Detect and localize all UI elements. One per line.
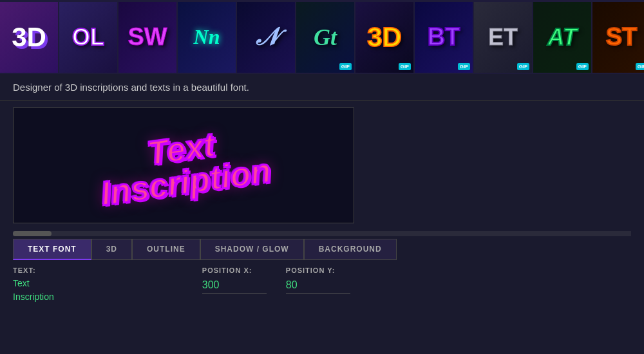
main-content: Text Inscription	[0, 101, 644, 230]
style-thumb-6[interactable]: Gt GIF	[296, 2, 354, 73]
style-thumb-7[interactable]: 3D GIF	[355, 2, 413, 73]
tab-shadow-glow[interactable]: SHADOW / GLOW	[200, 239, 304, 260]
style-thumb-1[interactable]: 3D	[0, 2, 58, 73]
style-thumb-11[interactable]: ST GIF	[592, 2, 644, 73]
text-canvas: Text Inscription	[13, 107, 354, 223]
style-thumb-8[interactable]: BT GIF	[415, 2, 473, 73]
style-thumb-10[interactable]: AT GIF	[533, 2, 591, 73]
position-y-input[interactable]	[286, 277, 350, 294]
position-y-label: POSITION Y:	[286, 266, 350, 274]
style-thumb-3[interactable]: SW	[118, 2, 176, 73]
position-x-label: POSITION X:	[202, 266, 267, 274]
style-thumb-5[interactable]: 𝒩	[237, 2, 295, 73]
tab-text-font[interactable]: TEXT FONT	[13, 239, 91, 260]
text-control: TEXT: Text Inscription	[13, 266, 54, 304]
style-thumb-2[interactable]: OL	[59, 2, 117, 73]
position-y-control: POSITION Y:	[286, 266, 350, 294]
style-thumbnails-bar: 3D OL SW Nn 𝒩 Gt GIF 3D GIF BT GIF ET GI…	[0, 0, 644, 74]
text-label: TEXT:	[13, 266, 54, 274]
scrollbar-thumb[interactable]	[13, 231, 52, 236]
text-current-value: Text Inscription	[13, 277, 54, 304]
style-thumb-9[interactable]: ET GIF	[474, 2, 532, 73]
tab-background[interactable]: BACKGROUND	[304, 239, 397, 260]
style-thumb-4[interactable]: Nn	[178, 2, 236, 73]
horizontal-scrollbar[interactable]	[13, 231, 631, 236]
app-subtitle: Designer of 3D inscriptions and texts in…	[0, 74, 644, 101]
position-x-input[interactable]	[202, 277, 267, 294]
text-preview: Text Inscription	[94, 120, 273, 210]
tab-bar: TEXT FONT 3D OUTLINE SHADOW / GLOW BACKG…	[0, 239, 644, 260]
controls-panel: TEXT: Text Inscription POSITION X: POSIT…	[0, 260, 644, 310]
tab-3d[interactable]: 3D	[91, 239, 132, 260]
tab-outline[interactable]: OUTLINE	[132, 239, 200, 260]
position-x-control: POSITION X:	[202, 266, 267, 294]
